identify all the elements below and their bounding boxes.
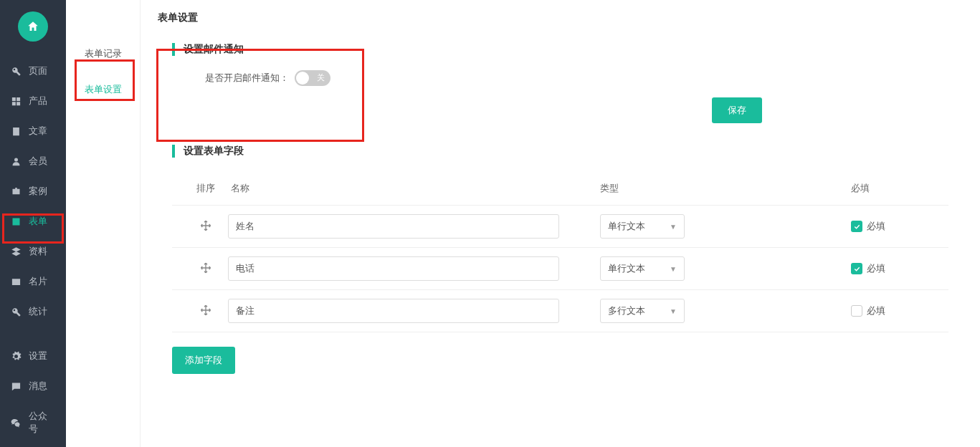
nav-form[interactable]: 表单: [0, 206, 66, 236]
select-value: 单行文本: [608, 262, 645, 275]
sub-item-records[interactable]: 表单记录: [66, 36, 140, 72]
section-bar: [172, 145, 175, 158]
layers-icon: [10, 246, 22, 257]
field-type-select[interactable]: 多行文本 ▼: [600, 299, 685, 323]
drag-handle-icon[interactable]: [200, 304, 211, 318]
select-value: 单行文本: [608, 220, 645, 233]
case-icon: [10, 186, 22, 197]
chevron-down-icon: ▼: [670, 265, 677, 273]
wechat-icon: [10, 418, 22, 428]
form-icon: [10, 216, 22, 227]
fields-table: 排序 名称 类型 必填 单行文本 ▼: [172, 172, 948, 332]
th-required: 必填: [851, 182, 937, 195]
grid-icon: [10, 96, 22, 107]
field-type-select[interactable]: 单行文本 ▼: [600, 256, 685, 281]
email-section: 设置邮件通知 是否开启邮件通知： 关 保存: [141, 36, 980, 138]
home-button[interactable]: [18, 11, 48, 42]
chevron-down-icon: ▼: [670, 307, 677, 315]
field-name-input[interactable]: [228, 256, 559, 281]
doc-icon: [10, 126, 22, 137]
nav-label: 页面: [29, 64, 47, 77]
nav-material[interactable]: 资料: [0, 236, 66, 266]
nav-member[interactable]: 会员: [0, 146, 66, 176]
table-row: 多行文本 ▼ 必填: [172, 290, 948, 332]
th-name: 名称: [228, 182, 600, 195]
msg-icon: [10, 381, 22, 392]
home-icon: [27, 20, 39, 33]
fields-section: 设置表单字段 排序 名称 类型 必填 单行文本 ▼: [141, 138, 980, 388]
page-title: 表单设置: [141, 0, 980, 36]
nav-label: 公众号: [29, 410, 56, 436]
nav-label: 产品: [29, 95, 47, 107]
wrench-icon: [10, 66, 22, 77]
main-content: 表单设置 设置邮件通知 是否开启邮件通知： 关 保存: [141, 0, 980, 447]
required-checkbox[interactable]: [851, 221, 862, 232]
nav-label: 消息: [29, 380, 47, 393]
th-sort: 排序: [184, 182, 228, 195]
toggle-knob: [296, 72, 309, 85]
chevron-down-icon: ▼: [670, 223, 677, 231]
required-label: 必填: [867, 304, 885, 317]
nav-message[interactable]: 消息: [0, 371, 66, 401]
nav-label: 统计: [29, 305, 47, 318]
required-checkbox[interactable]: [851, 305, 862, 317]
nav-label: 名片: [29, 275, 47, 288]
required-label: 必填: [867, 262, 885, 275]
nav-label: 案例: [29, 185, 47, 198]
nav-label: 资料: [29, 245, 47, 258]
th-type: 类型: [600, 182, 851, 195]
nav-label: 设置: [29, 350, 47, 362]
nav-settings[interactable]: 设置: [0, 341, 66, 371]
section-title-fields: 设置表单字段: [184, 145, 244, 158]
sub-item-settings[interactable]: 表单设置: [66, 72, 140, 107]
required-label: 必填: [867, 220, 885, 233]
section-title-email: 设置邮件通知: [184, 43, 244, 56]
nav-stats[interactable]: 统计: [0, 297, 66, 327]
drag-handle-icon[interactable]: [200, 220, 211, 234]
toggle-state: 关: [317, 72, 325, 83]
nav-label: 文章: [29, 125, 47, 138]
field-type-select[interactable]: 单行文本 ▼: [600, 214, 685, 239]
nav-wechat[interactable]: 公众号: [0, 401, 66, 444]
nav-card[interactable]: 名片: [0, 266, 66, 297]
toggle-label: 是否开启邮件通知：: [205, 72, 289, 85]
nav-article[interactable]: 文章: [0, 116, 66, 146]
stats-icon: [10, 307, 22, 317]
user-icon: [10, 156, 22, 167]
table-header: 排序 名称 类型 必填: [172, 172, 948, 206]
email-toggle[interactable]: 关: [295, 70, 330, 86]
save-button[interactable]: 保存: [712, 97, 762, 123]
card-icon: [10, 277, 22, 287]
drag-handle-icon[interactable]: [200, 262, 211, 276]
nav-product[interactable]: 产品: [0, 86, 66, 116]
field-name-input[interactable]: [228, 214, 559, 239]
nav-label: 会员: [29, 155, 47, 168]
table-row: 单行文本 ▼ 必填: [172, 206, 948, 248]
sub-sidebar: 表单记录 表单设置: [66, 0, 141, 447]
nav-page[interactable]: 页面: [0, 56, 66, 86]
nav-label: 表单: [29, 215, 47, 228]
select-value: 多行文本: [608, 304, 645, 317]
gear-icon: [10, 351, 22, 362]
nav-case[interactable]: 案例: [0, 176, 66, 206]
main-sidebar: 页面 产品 文章 会员 案例 表单 资料 名片: [0, 0, 66, 447]
section-bar: [172, 43, 175, 56]
add-field-button[interactable]: 添加字段: [172, 347, 235, 374]
field-name-input[interactable]: [228, 299, 559, 323]
required-checkbox[interactable]: [851, 263, 862, 274]
table-row: 单行文本 ▼ 必填: [172, 248, 948, 290]
